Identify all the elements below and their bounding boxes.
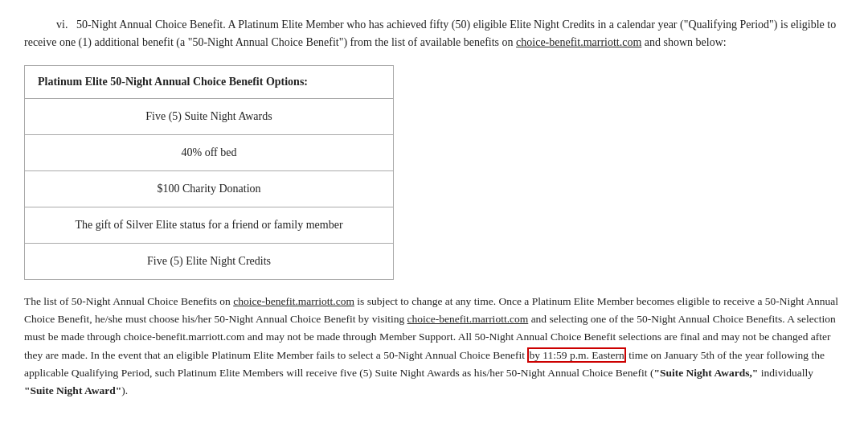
table-row: Five (5) Suite Night Awards <box>25 99 393 135</box>
footer-link1[interactable]: choice-benefit.marriott.com <box>233 295 354 307</box>
footer-part6: individually <box>758 367 813 379</box>
highlight-text: by 11:59 p.m. Eastern <box>527 347 625 363</box>
table-header: Platinum Elite 50-Night Annual Choice Be… <box>25 66 393 99</box>
table-row: 40% off bed <box>25 135 393 171</box>
intro-paragraph: vi. 50-Night Annual Choice Benefit. A Pl… <box>24 16 844 52</box>
numeral: vi. <box>24 16 68 34</box>
table-row: $100 Charity Donation <box>25 171 393 207</box>
footer-part5: such Platinum Elite Members will receive… <box>152 367 653 379</box>
benefit-table: Platinum Elite 50-Night Annual Choice Be… <box>24 65 394 280</box>
intro-text-end: and shown below: <box>641 36 726 48</box>
bold-text-2: "Suite Night Award" <box>24 384 121 396</box>
intro-link[interactable]: choice-benefit.marriott.com <box>516 36 641 48</box>
footer-part1: The list of 50-Night Annual Choice Benef… <box>24 295 233 307</box>
footer-part7: ). <box>121 384 128 396</box>
footer-paragraph: The list of 50-Night Annual Choice Benef… <box>24 293 844 400</box>
table-row: Five (5) Elite Night Credits <box>25 244 393 279</box>
table-row: The gift of Silver Elite status for a fr… <box>25 207 393 244</box>
bold-text-1: "Suite Night Awards," <box>653 367 758 379</box>
footer-link2[interactable]: choice-benefit.marriott.com <box>407 313 529 325</box>
